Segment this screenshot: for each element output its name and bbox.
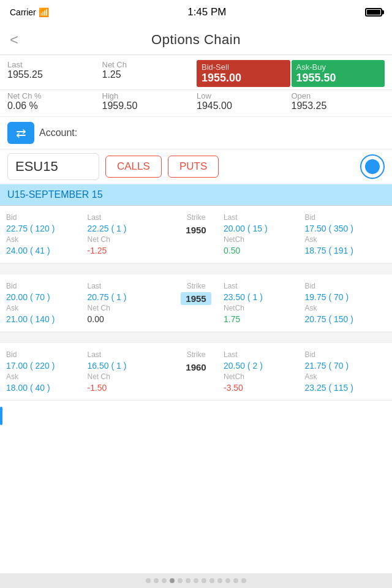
call-last-col-3: Last 16.50 ( 1 ) Net Ch -1.50	[88, 350, 169, 393]
scroll-dot	[146, 578, 151, 583]
call-bid-col: Bid 22.75 ( 120 ) Ask 24.00 ( 41 )	[6, 213, 88, 255]
battery-icon	[365, 8, 382, 17]
scroll-area	[0, 407, 392, 425]
put-last-col: Last 20.00 ( 15 ) NetCh 0.50	[224, 213, 305, 255]
scroll-dot	[162, 578, 167, 583]
strike-col-3: Strike 1960	[168, 350, 224, 374]
nav-bar: < Options Chain	[0, 24, 392, 55]
quote-high: High 1959.50	[102, 91, 196, 111]
quote-bar-row2: Net Ch % 0.06 % High 1959.50 Low 1945.00…	[0, 90, 392, 117]
back-button[interactable]: <	[10, 31, 18, 48]
put-last-col-2: Last 23.50 ( 1 ) NetCh 1.75	[224, 282, 305, 324]
symbol-input[interactable]	[7, 153, 99, 180]
quote-netch: Net Ch 1.25	[102, 60, 196, 87]
radio-button[interactable]	[360, 154, 385, 179]
scroll-dots-bar	[0, 573, 392, 588]
quote-open: Open 1953.25	[292, 91, 385, 111]
scroll-dots	[0, 578, 392, 583]
call-bid-col-2: Bid 20.00 ( 70 ) Ask 21.00 ( 140 )	[6, 282, 88, 324]
put-bid-col-3: Bid 21.75 ( 70 ) Ask 23.25 ( 115 )	[305, 350, 386, 393]
options-row: Bid 20.00 ( 70 ) Ask 21.00 ( 140 ) Last …	[0, 274, 392, 332]
put-bid-col-2: Bid 19.75 ( 70 ) Ask 20.75 ( 150 )	[305, 282, 386, 324]
strike-col-2: Strike 1955	[168, 282, 224, 305]
quote-low: Low 1945.00	[197, 91, 290, 111]
quote-ask[interactable]: Ask-Buy 1955.50	[292, 60, 385, 87]
put-bid-col: Bid 17.50 ( 350 ) Ask 18.75 ( 191 )	[305, 213, 386, 255]
status-bar: Carrier 📶 1:45 PM	[0, 0, 392, 24]
scroll-dot	[217, 578, 222, 583]
scroll-dot	[202, 578, 206, 583]
symbol-row: CALLS PUTS	[0, 149, 392, 184]
options-row: Bid 22.75 ( 120 ) Ask 24.00 ( 41 ) Last …	[0, 206, 392, 263]
account-label: Account:	[39, 127, 77, 138]
call-bid-col-3: Bid 17.00 ( 220 ) Ask 18.00 ( 40 )	[6, 350, 88, 393]
expiry-header: U15-SEPTEMBER 15	[0, 184, 392, 206]
scroll-dot	[154, 578, 159, 583]
swap-button[interactable]: ⇄	[7, 122, 34, 144]
section-divider-2	[0, 332, 392, 343]
scroll-dot	[233, 578, 238, 583]
scroll-dot	[225, 578, 230, 583]
scroll-dot	[209, 578, 214, 583]
scroll-dot	[241, 578, 246, 583]
scroll-indicator	[0, 407, 2, 425]
swap-icon: ⇄	[16, 127, 26, 139]
account-row: ⇄ Account:	[0, 117, 392, 149]
call-last-col-2: Last 20.75 ( 1 ) Net Ch 0.00	[88, 282, 169, 324]
scroll-dot	[178, 578, 183, 583]
scroll-dot	[186, 578, 190, 583]
status-time: 1:45 PM	[187, 6, 226, 18]
options-row-3: Bid 17.00 ( 220 ) Ask 18.00 ( 40 ) Last …	[0, 343, 392, 401]
calls-tab-button[interactable]: CALLS	[105, 156, 162, 178]
carrier-label: Carrier 📶	[10, 7, 49, 17]
scroll-dot-active	[170, 578, 175, 583]
quote-bid[interactable]: Bid-Sell 1955.00	[197, 60, 290, 87]
call-last-col: Last 22.25 ( 1 ) Net Ch -1.25	[88, 213, 169, 255]
wifi-icon: 📶	[39, 7, 49, 17]
puts-tab-button[interactable]: PUTS	[168, 156, 219, 178]
section-divider	[0, 263, 392, 274]
quote-bar: Last 1955.25 Net Ch 1.25 Bid-Sell 1955.0…	[0, 55, 392, 90]
quote-last: Last 1955.25	[7, 60, 101, 87]
page-title: Options Chain	[151, 32, 241, 48]
quote-netchpct: Net Ch % 0.06 %	[7, 91, 101, 111]
radio-inner	[365, 159, 380, 174]
strike-col: Strike 1950	[168, 213, 224, 236]
scroll-dot	[194, 578, 198, 583]
put-last-col-3: Last 20.50 ( 2 ) NetCh -3.50	[224, 350, 305, 393]
